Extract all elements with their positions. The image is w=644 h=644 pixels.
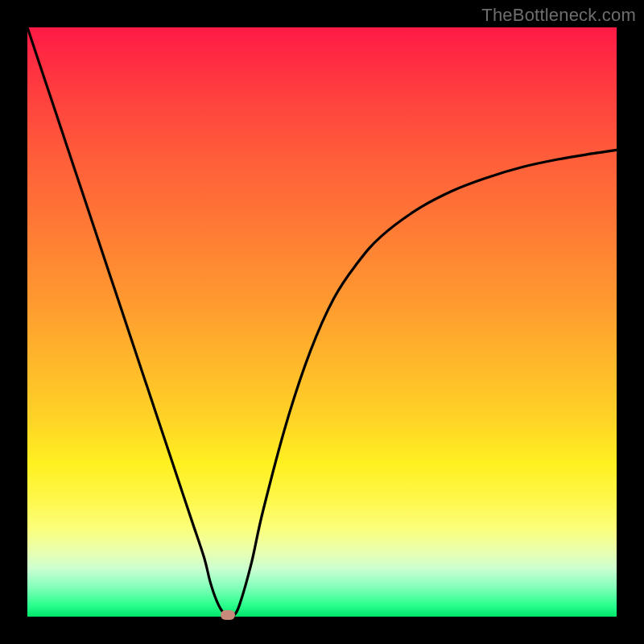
chart-frame: TheBottleneck.com <box>0 0 644 644</box>
optimal-marker <box>221 610 235 620</box>
bottleneck-curve <box>27 27 617 617</box>
curve-path <box>27 27 617 617</box>
watermark-text: TheBottleneck.com <box>481 5 636 26</box>
plot-area <box>27 27 617 617</box>
